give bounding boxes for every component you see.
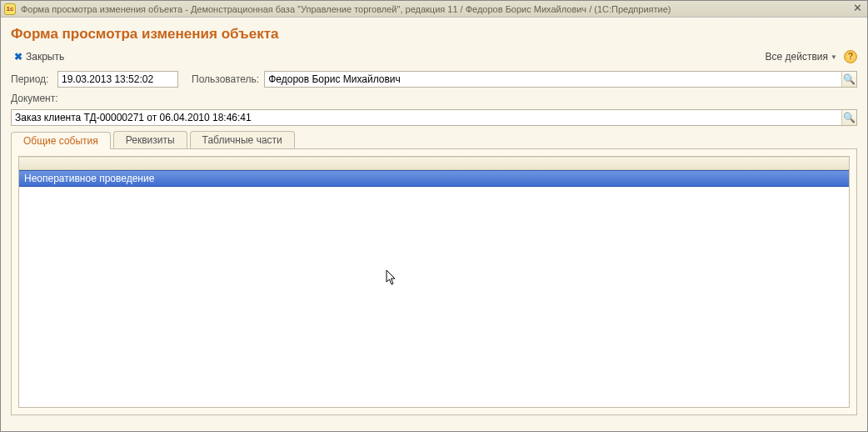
tab-table-parts[interactable]: Табличные части — [190, 131, 295, 148]
all-actions-button[interactable]: Все действия ▼ — [766, 51, 837, 63]
window-title: Форма просмотра изменения объекта - Демо… — [21, 4, 671, 14]
window-titlebar: 1c Форма просмотра изменения объекта - Д… — [1, 1, 867, 18]
content-area: Форма просмотра изменения объекта ✖ Закр… — [1, 18, 867, 431]
search-icon: 🔍 — [843, 73, 856, 85]
search-icon: 🔍 — [843, 112, 856, 123]
chevron-down-icon: ▼ — [831, 53, 837, 61]
all-actions-label: Все действия — [766, 51, 828, 63]
document-field-wrapper: 🔍 — [11, 109, 857, 126]
list-header — [19, 157, 849, 170]
tabs: Общие события Реквизиты Табличные части — [11, 131, 857, 148]
period-label: Период: — [11, 73, 52, 85]
user-field-wrapper: 🔍 — [264, 71, 857, 88]
close-button[interactable]: ✖ Закрыть — [11, 49, 67, 64]
period-field-wrapper — [57, 71, 178, 88]
tab-attributes[interactable]: Реквизиты — [113, 131, 187, 148]
list-item[interactable]: Неоперативное проведение — [19, 170, 849, 187]
help-icon[interactable]: ? — [844, 50, 857, 63]
period-field[interactable] — [58, 72, 177, 87]
cursor-icon — [386, 269, 397, 289]
tab-pane: Неоперативное проведение — [11, 148, 857, 415]
user-lookup-button[interactable]: 🔍 — [841, 72, 856, 87]
tab-general-events[interactable]: Общие события — [11, 132, 111, 149]
page-title: Форма просмотра изменения объекта — [11, 26, 857, 43]
close-button-label: Закрыть — [26, 51, 64, 63]
document-field[interactable] — [12, 110, 841, 125]
app-icon: 1c — [4, 3, 16, 15]
user-field[interactable] — [265, 72, 841, 87]
user-label: Пользователь: — [192, 73, 259, 85]
close-icon: ✖ — [14, 51, 22, 63]
events-list[interactable]: Неоперативное проведение — [18, 156, 850, 408]
document-lookup-button[interactable]: 🔍 — [841, 110, 856, 125]
toolbar: ✖ Закрыть Все действия ▼ ? — [11, 49, 857, 64]
window-close-button[interactable]: ✕ — [851, 3, 864, 16]
document-label: Документ: — [11, 93, 58, 104]
